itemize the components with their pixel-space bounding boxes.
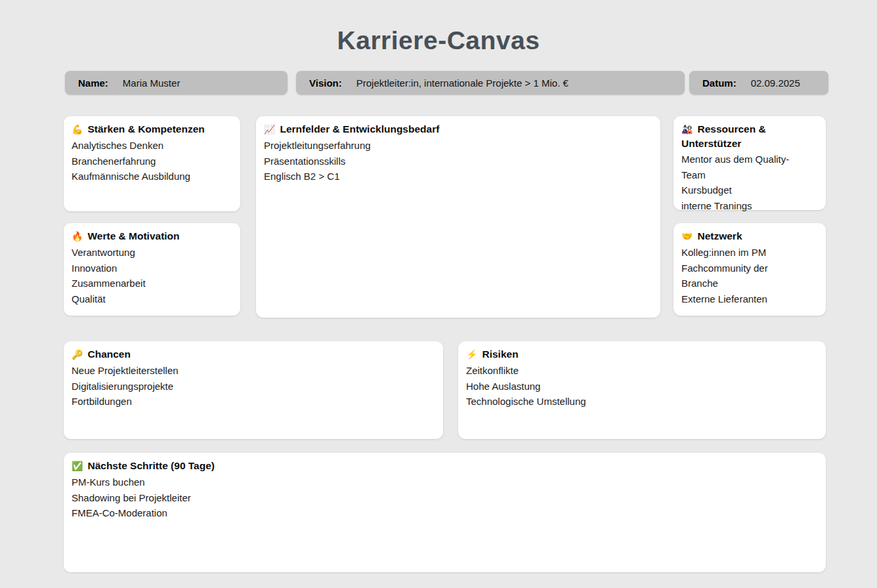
vision-value: Projektleiter:in, internationale Projekt… — [356, 77, 568, 89]
list-item: Projektleitungserfahrung — [264, 138, 652, 154]
check-mark-icon: ✅ — [72, 461, 83, 471]
karriere-canvas-page: Karriere-Canvas Name: Maria Muster Visio… — [0, 0, 877, 588]
card-risks: ⚡Risiken ZeitkonflikteHohe AuslastungTec… — [458, 341, 826, 439]
name-label: Name: — [78, 77, 108, 89]
datum-label: Datum: — [702, 77, 737, 89]
list-item: Externe Lieferanten — [681, 291, 798, 307]
list-item: Kolleg:innen im PM — [681, 245, 798, 261]
card-strengths-items: Analytisches DenkenBranchenerfahrungKauf… — [72, 138, 232, 184]
card-opportunities-title: 🔑Chancen — [72, 347, 435, 362]
list-item: Fachcommunity der Branche — [681, 261, 798, 291]
card-risks-title: ⚡Risiken — [466, 347, 818, 362]
card-strengths: 💪Stärken & Kompetenzen Analytisches Denk… — [64, 116, 240, 211]
card-opportunities-items: Neue ProjektleiterstellenDigitalisierung… — [72, 363, 435, 410]
list-item: Shadowing bei Projektleiter — [72, 490, 818, 506]
list-item: Englisch B2 > C1 — [264, 169, 652, 184]
datum-value: 02.09.2025 — [751, 77, 800, 89]
list-item: Verantwortung — [72, 245, 232, 261]
vision-label: Vision: — [309, 77, 342, 89]
name-field: Name: Maria Muster — [65, 71, 288, 94]
list-item: Kaufmännische Ausbildung — [72, 169, 232, 184]
card-next-steps-title: ✅Nächste Schritte (90 Tage) — [72, 459, 818, 473]
card-next-steps: ✅Nächste Schritte (90 Tage) PM-Kurs buch… — [64, 453, 826, 572]
card-learning-fields-items: ProjektleitungserfahrungPräsentationsski… — [264, 138, 652, 184]
card-risks-items: ZeitkonflikteHohe AuslastungTechnologisc… — [466, 363, 818, 410]
card-network-items: Kolleg:innen im PMFachcommunity der Bran… — [681, 245, 818, 306]
handshake-icon: 🤝 — [681, 231, 693, 242]
card-opportunities: 🔑Chancen Neue ProjektleiterstellenDigita… — [64, 341, 443, 439]
list-item: Zusammenarbeit — [72, 276, 232, 291]
card-values-items: VerantwortungInnovationZusammenarbeitQua… — [72, 245, 232, 306]
list-item: Zeitkonflikte — [466, 363, 818, 379]
list-item: Neue Projektleiterstellen — [72, 363, 435, 379]
card-next-steps-items: PM-Kurs buchenShadowing bei Projektleite… — [72, 474, 818, 521]
card-title-text: Ressourcen & Unterstützer — [681, 123, 766, 149]
card-network: 🤝Netzwerk Kolleg:innen im PMFachcommunit… — [674, 223, 826, 316]
card-resources: 🎎Ressourcen & Unterstützer Mentor aus de… — [674, 116, 826, 210]
list-item: Digitalisierungsprojekte — [72, 379, 435, 394]
card-learning-fields: 📈Lernfelder & Entwicklungsbedarf Projekt… — [256, 116, 660, 318]
list-item: Präsentationsskills — [264, 154, 652, 169]
list-item: PM-Kurs buchen — [72, 474, 818, 490]
card-resources-title: 🎎Ressourcen & Unterstützer — [681, 122, 818, 150]
page-title: Karriere-Canvas — [0, 26, 877, 55]
card-network-title: 🤝Netzwerk — [681, 229, 818, 243]
list-item: interne Tranings — [681, 198, 798, 214]
card-title-text: Netzwerk — [697, 230, 742, 242]
card-values-title: 🔥Werte & Motivation — [72, 229, 232, 243]
card-title-text: Nächste Schritte (90 Tage) — [87, 460, 215, 471]
datum-field: Datum: 02.09.2025 — [689, 71, 828, 94]
chart-increasing-icon: 📈 — [264, 124, 275, 135]
card-resources-items: Mentor aus dem Quality-TeamKursbudgetint… — [681, 152, 818, 213]
list-item: Hohe Auslastung — [466, 379, 818, 394]
list-item: Branchenerfahrung — [72, 154, 232, 169]
list-item: Qualität — [72, 291, 232, 307]
list-item: FMEA-Co-Moderation — [72, 505, 818, 521]
list-item: Innovation — [72, 261, 232, 276]
card-learning-fields-title: 📈Lernfelder & Entwicklungsbedarf — [264, 122, 652, 136]
list-item: Fortbildungen — [72, 394, 435, 410]
card-values: 🔥Werte & Motivation VerantwortungInnovat… — [64, 223, 240, 316]
card-title-text: Chancen — [87, 348, 130, 360]
card-title-text: Risiken — [482, 348, 518, 360]
list-item: Kursbudget — [681, 182, 798, 198]
fire-icon: 🔥 — [72, 231, 83, 242]
card-title-text: Stärken & Kompetenzen — [87, 123, 204, 135]
card-title-text: Lernfelder & Entwicklungsbedarf — [280, 123, 439, 135]
key-icon: 🔑 — [72, 349, 83, 360]
dolls-icon: 🎎 — [681, 124, 693, 135]
list-item: Mentor aus dem Quality-Team — [681, 152, 798, 182]
list-item: Analytisches Denken — [72, 138, 232, 154]
name-value: Maria Muster — [123, 77, 181, 89]
flexed-biceps-icon: 💪 — [72, 124, 83, 135]
vision-field: Vision: Projektleiter:in, internationale… — [296, 71, 685, 94]
high-voltage-icon: ⚡ — [466, 349, 477, 360]
card-title-text: Werte & Motivation — [87, 230, 179, 242]
list-item: Technologische Umstellung — [466, 394, 818, 410]
card-strengths-title: 💪Stärken & Kompetenzen — [72, 122, 232, 136]
